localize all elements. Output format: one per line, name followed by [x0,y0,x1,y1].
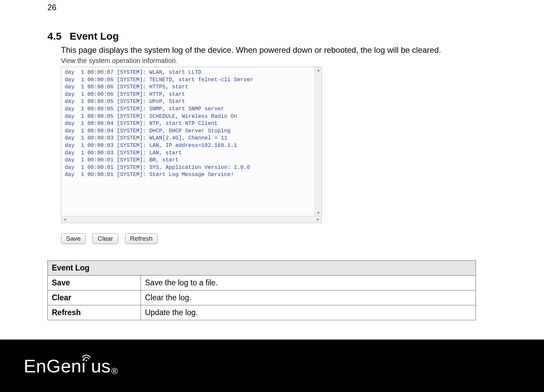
scroll-left-icon[interactable]: ◄ [63,217,67,222]
vertical-scrollbar[interactable]: ▲ ▼ [315,67,321,216]
description-table: Event Log Save Save the log to a file. C… [47,260,476,320]
table-key: Save [48,276,141,290]
button-row: Save Clear Refresh [61,233,322,244]
table-val: Save the log to a file. [141,276,476,290]
svg-point-0 [85,360,87,361]
intro-text: This page displays the system log of the… [61,45,498,55]
registered-icon: ® [111,366,118,376]
table-row: Save Save the log to a file. [48,276,476,290]
log-box: day 1 00:00:07 [SYSTEM]: WLAN, start LLT… [61,67,322,223]
screenshot-caption: View the system operation information. [61,57,498,65]
brand-text-a: EnGen [24,355,82,376]
brand-text-b: us [91,355,111,376]
table-header: Event Log [48,261,476,276]
screenshot: day 1 00:00:07 [SYSTEM]: WLAN, start LLT… [61,67,322,244]
refresh-button[interactable]: Refresh [125,233,158,244]
scroll-right-icon[interactable]: ► [316,217,320,222]
content-area: 4.5Event Log This page displays the syst… [47,30,498,320]
table-val: Update the log. [141,305,476,320]
table-header-row: Event Log [48,261,476,276]
log-textarea[interactable]: day 1 00:00:07 [SYSTEM]: WLAN, start LLT… [61,67,315,216]
page-number: 26 [47,3,57,12]
save-button[interactable]: Save [61,233,86,244]
heading-number: 4.5 [47,30,62,42]
page: 26 4.5Event Log This page displays the s… [0,0,544,392]
scroll-up-icon[interactable]: ▲ [316,68,320,72]
table-val: Clear the log. [141,290,476,305]
horizontal-scrollbar[interactable]: ◄ ► [61,216,321,223]
table-row: Clear Clear the log. [48,290,476,305]
section-heading: 4.5Event Log [47,30,498,42]
footer: EnGen ius® [0,340,544,392]
brand-logo: EnGen ius® [24,355,118,376]
table-row: Refresh Update the log. [48,305,476,320]
log-box-inner: day 1 00:00:07 [SYSTEM]: WLAN, start LLT… [61,67,321,216]
wifi-icon: i [82,355,91,376]
scroll-down-icon[interactable]: ▼ [316,211,320,215]
table-key: Clear [48,290,141,305]
heading-title: Event Log [70,30,119,42]
clear-button[interactable]: Clear [92,233,118,244]
table-key: Refresh [48,305,141,320]
